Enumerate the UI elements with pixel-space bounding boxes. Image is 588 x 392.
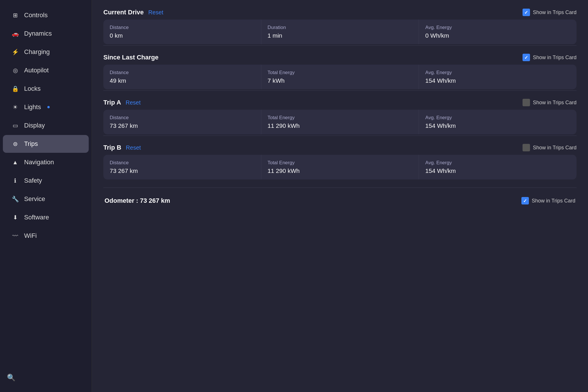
title-group-trip_b: Trip BReset: [103, 144, 141, 151]
sidebar-item-autopilot[interactable]: ◎Autopilot: [3, 61, 89, 79]
stat-label-current_drive-0: Distance: [110, 25, 255, 30]
reset-btn-trip_a[interactable]: Reset: [126, 99, 141, 106]
sidebar-label-dynamics: Dynamics: [24, 30, 52, 37]
charging-icon: ⚡: [11, 49, 19, 55]
sidebar-item-lights[interactable]: ☀Lights: [3, 98, 89, 116]
stat-label-trip_b-1: Total Energy: [268, 160, 413, 166]
stat-label-trip_a-1: Total Energy: [268, 115, 413, 121]
sidebar-label-controls: Controls: [24, 11, 48, 19]
stat-value-since_last_charge-2: 154 Wh/km: [425, 77, 570, 84]
sidebar-label-wifi: WiFi: [24, 232, 37, 240]
show-trips-label-current_drive: Show in Trips Card: [533, 9, 577, 16]
section-header-trip_b: Trip BResetShow in Trips Card: [103, 144, 577, 151]
sidebar-item-service[interactable]: 🔧Service: [3, 190, 89, 208]
lights-dot: [47, 106, 50, 108]
sidebar-item-navigation[interactable]: ▲Navigation: [3, 153, 89, 171]
divider-2: [103, 136, 577, 136]
section-header-current_drive: Current DriveReset✓Show in Trips Card: [103, 9, 577, 16]
stat-cell-current_drive-0: Distance0 km: [103, 20, 261, 44]
stat-value-current_drive-2: 0 Wh/km: [425, 32, 570, 39]
show-trips-group-trip_b: Show in Trips Card: [523, 144, 577, 151]
checkbox-trip_a[interactable]: [523, 99, 530, 106]
section-title-since_last_charge: Since Last Charge: [103, 54, 158, 61]
display-icon: ▭: [11, 122, 19, 129]
sidebar-label-safety: Safety: [24, 177, 42, 184]
sidebar-label-lights: Lights: [24, 103, 41, 111]
show-trips-group-since_last_charge: ✓Show in Trips Card: [523, 54, 577, 61]
sidebar-item-software[interactable]: ⬇Software: [3, 208, 89, 226]
title-group-trip_a: Trip AReset: [103, 99, 141, 106]
stat-value-trip_a-1: 11 290 kWh: [268, 122, 413, 129]
section-since_last_charge: Since Last Charge✓Show in Trips CardDist…: [103, 54, 577, 91]
odometer-row: Odometer : 73 267 km ✓ Show in Trips Car…: [103, 192, 577, 209]
sidebar-item-trips[interactable]: ⊜Trips: [3, 135, 89, 153]
odometer-label: Odometer : 73 267 km: [105, 197, 170, 204]
sidebar-item-display[interactable]: ▭Display: [3, 117, 89, 134]
stat-label-trip_a-2: Avg. Energy: [425, 115, 570, 121]
stat-value-since_last_charge-0: 49 km: [110, 77, 255, 84]
search-area[interactable]: 🔍: [0, 369, 92, 386]
locks-icon: 🔒: [11, 85, 19, 92]
checkbox-current_drive[interactable]: ✓: [523, 9, 530, 16]
stat-label-since_last_charge-2: Avg. Energy: [425, 70, 570, 76]
show-trips-label-trip_b: Show in Trips Card: [533, 145, 577, 151]
sidebar-item-charging[interactable]: ⚡Charging: [3, 43, 89, 61]
safety-icon: ℹ: [11, 177, 19, 184]
sidebar-label-locks: Locks: [24, 85, 40, 92]
section-title-trip_a: Trip A: [103, 99, 121, 106]
reset-btn-current_drive[interactable]: Reset: [148, 9, 163, 16]
sidebar-label-trips: Trips: [24, 140, 38, 148]
stat-label-since_last_charge-1: Total Energy: [268, 70, 413, 76]
stat-cell-trip_b-0: Distance73 267 km: [103, 155, 261, 179]
stat-cell-trip_a-0: Distance73 267 km: [103, 110, 261, 134]
navigation-icon: ▲: [11, 159, 19, 166]
stat-cell-trip_a-1: Total Energy11 290 kWh: [261, 110, 419, 134]
stat-cell-since_last_charge-0: Distance49 km: [103, 65, 261, 89]
sidebar-item-dynamics[interactable]: 🚗Dynamics: [3, 25, 89, 43]
service-icon: 🔧: [11, 196, 19, 202]
stat-value-trip_b-2: 154 Wh/km: [425, 167, 570, 174]
dynamics-icon: 🚗: [11, 30, 19, 37]
autopilot-icon: ◎: [11, 67, 19, 74]
odometer-show-trips-label: Show in Trips Card: [532, 198, 575, 204]
stats-card-current_drive: Distance0 kmDuration1 minAvg. Energy0 Wh…: [103, 20, 577, 44]
stat-value-trip_b-0: 73 267 km: [110, 167, 255, 174]
software-icon: ⬇: [11, 214, 19, 221]
divider-0: [103, 45, 577, 46]
reset-btn-trip_b[interactable]: Reset: [126, 144, 141, 151]
sidebar-item-wifi[interactable]: 〰WiFi: [3, 227, 89, 245]
stat-label-trip_b-2: Avg. Energy: [425, 160, 570, 166]
stat-cell-current_drive-1: Duration1 min: [261, 20, 419, 44]
odometer-divider: [103, 188, 577, 188]
stats-card-trip_b: Distance73 267 kmTotal Energy11 290 kWhA…: [103, 155, 577, 179]
trips-icon: ⊜: [11, 140, 19, 147]
title-group-current_drive: Current DriveReset: [103, 9, 163, 16]
stat-cell-since_last_charge-2: Avg. Energy154 Wh/km: [419, 65, 577, 89]
section-trip_b: Trip BResetShow in Trips CardDistance73 …: [103, 144, 577, 179]
sidebar-item-safety[interactable]: ℹSafety: [3, 172, 89, 190]
stat-label-current_drive-1: Duration: [268, 25, 413, 30]
sidebar-label-display: Display: [24, 122, 45, 129]
odometer-show-trips-checkbox[interactable]: ✓: [521, 197, 529, 204]
sidebar-item-locks[interactable]: 🔒Locks: [3, 80, 89, 98]
checkbox-since_last_charge[interactable]: ✓: [523, 54, 530, 61]
checkbox-trip_b[interactable]: [523, 144, 530, 151]
stat-label-trip_b-0: Distance: [110, 160, 255, 166]
stat-value-current_drive-1: 1 min: [268, 32, 413, 39]
controls-icon: ⊞: [11, 12, 19, 19]
show-trips-group-current_drive: ✓Show in Trips Card: [523, 9, 577, 16]
stat-value-current_drive-0: 0 km: [110, 32, 255, 39]
stat-value-since_last_charge-1: 7 kWh: [268, 77, 413, 84]
show-trips-group-trip_a: Show in Trips Card: [523, 99, 577, 106]
stats-card-since_last_charge: Distance49 kmTotal Energy7 kWhAvg. Energ…: [103, 65, 577, 89]
section-header-since_last_charge: Since Last Charge✓Show in Trips Card: [103, 54, 577, 61]
stat-cell-trip_b-2: Avg. Energy154 Wh/km: [419, 155, 577, 179]
sidebar-label-charging: Charging: [24, 48, 50, 56]
stat-cell-trip_a-2: Avg. Energy154 Wh/km: [419, 110, 577, 134]
search-icon: 🔍: [7, 374, 16, 382]
stat-value-trip_a-2: 154 Wh/km: [425, 122, 570, 129]
sidebar-item-controls[interactable]: ⊞Controls: [3, 6, 89, 24]
title-group-since_last_charge: Since Last Charge: [103, 54, 158, 61]
stat-cell-current_drive-2: Avg. Energy0 Wh/km: [419, 20, 577, 44]
sidebar-label-software: Software: [24, 214, 49, 221]
